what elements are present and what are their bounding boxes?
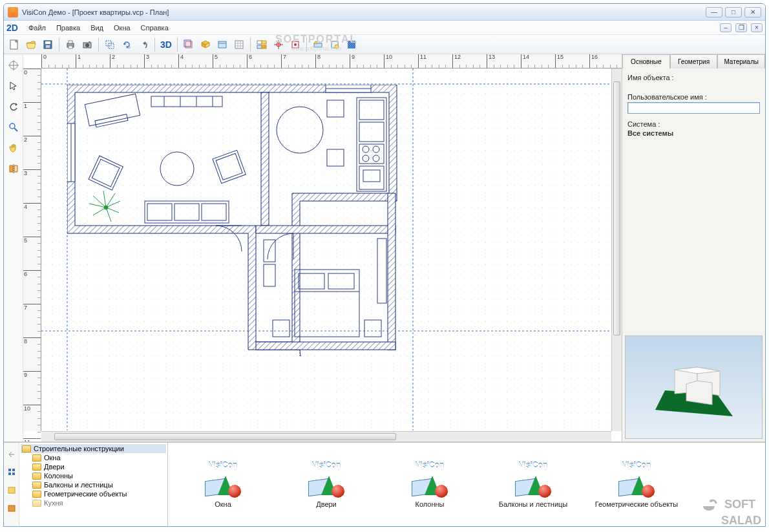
pan-crosshair-icon[interactable] xyxy=(6,58,21,72)
properties-panel: Основные Геометрия Материалы Имя объекта… xyxy=(622,54,765,442)
open-icon[interactable] xyxy=(23,37,39,52)
menu-file[interactable]: Файл xyxy=(23,23,51,33)
svg-rect-25 xyxy=(262,45,266,48)
folder-icon xyxy=(32,454,41,462)
library-item[interactable]: VisiCon Балконы и лестницы xyxy=(491,460,575,509)
view-icon[interactable] xyxy=(215,37,230,52)
lib-up-icon[interactable] xyxy=(5,447,19,461)
svg-point-72 xyxy=(277,107,323,153)
mdi-restore-button[interactable]: ❐ xyxy=(735,23,747,32)
floor-plan xyxy=(67,85,410,356)
tree-root[interactable]: Строительные конструкции xyxy=(21,444,166,453)
menu-windows[interactable]: Окна xyxy=(109,23,136,33)
print-icon[interactable] xyxy=(63,37,78,52)
svg-rect-51 xyxy=(261,92,269,226)
library-item-label: Балконы и лестницы xyxy=(499,500,568,509)
svg-rect-54 xyxy=(256,342,395,350)
svg-rect-36 xyxy=(348,41,355,48)
ruler-horizontal[interactable]: 01234567891011121314151617 xyxy=(41,54,622,69)
svg-rect-22 xyxy=(257,41,262,44)
tab-main[interactable]: Основные xyxy=(622,54,670,69)
svg-rect-104 xyxy=(8,473,11,475)
minimize-button[interactable]: — xyxy=(706,7,722,17)
select-group-icon[interactable] xyxy=(102,37,118,52)
library-item[interactable]: VisiCon Окна xyxy=(181,460,265,509)
mode-3d-button[interactable]: 3D xyxy=(158,37,174,52)
svg-rect-5 xyxy=(68,41,72,43)
snap2-icon[interactable] xyxy=(288,37,303,52)
library-item[interactable]: VisiCon Колонны xyxy=(388,460,472,509)
tree-item-doors[interactable]: Двери xyxy=(21,462,166,471)
svg-point-81 xyxy=(363,155,369,162)
tree-item-geometry[interactable]: Геометрические объекты xyxy=(21,489,166,498)
mdi-controls: – ❐ × xyxy=(717,23,763,32)
rotate-icon[interactable] xyxy=(6,100,21,114)
library-tree[interactable]: Строительные конструкции Окна Двери Коло… xyxy=(19,443,168,526)
tab-geometry[interactable]: Геометрия xyxy=(670,54,718,69)
lib-list-icon[interactable] xyxy=(5,465,19,479)
tree-item-columns[interactable]: Колонны xyxy=(21,471,166,480)
materials-icon[interactable] xyxy=(198,37,213,52)
menu-view[interactable]: Вид xyxy=(85,23,109,33)
svg-point-66 xyxy=(160,152,194,186)
tree-item-kitchen[interactable]: Кухня xyxy=(21,498,166,507)
snap-icon[interactable] xyxy=(271,37,286,52)
svg-text:90: 90 xyxy=(126,45,131,49)
zoom-icon[interactable] xyxy=(6,120,21,134)
camera-icon[interactable] xyxy=(79,37,95,52)
tab-materials[interactable]: Материалы xyxy=(717,54,765,69)
rotate90-icon[interactable]: 90 xyxy=(119,37,134,52)
mdi-close-button[interactable]: × xyxy=(751,23,763,32)
menu-edit[interactable]: Правка xyxy=(51,23,85,33)
titlebar: VisiCon Демо - [Проект квартиры.vcp - Пл… xyxy=(4,4,765,21)
library-item-label: Двери xyxy=(316,500,337,509)
save-icon[interactable] xyxy=(40,37,56,52)
svg-rect-9 xyxy=(89,41,90,43)
prefs-icon[interactable] xyxy=(254,37,269,52)
mdi-minimize-button[interactable]: – xyxy=(720,23,732,32)
tree-item-balconies[interactable]: Балконы и лестницы xyxy=(21,480,166,489)
obj2-icon[interactable] xyxy=(327,37,342,52)
svg-rect-62 xyxy=(89,156,123,190)
folder-icon xyxy=(22,445,31,452)
pointer-icon[interactable] xyxy=(6,79,21,93)
areafill-icon[interactable] xyxy=(344,37,359,52)
lib-add-icon[interactable] xyxy=(5,501,19,515)
svg-point-32 xyxy=(315,41,317,44)
tree-label: Кухня xyxy=(44,499,63,507)
library-item[interactable]: VisiCon Двери xyxy=(284,460,368,509)
new-icon[interactable] xyxy=(6,37,22,52)
drawing-canvas[interactable] xyxy=(41,69,622,431)
svg-rect-91 xyxy=(299,273,324,289)
scrollbar-horizontal[interactable] xyxy=(41,431,611,442)
mirror-icon[interactable] xyxy=(6,162,21,176)
lib-favorite-icon[interactable] xyxy=(5,483,19,497)
svg-rect-77 xyxy=(359,122,384,142)
obj1-icon[interactable] xyxy=(310,37,326,52)
folder-icon xyxy=(32,473,41,480)
grid-icon[interactable] xyxy=(231,37,247,52)
svg-point-42 xyxy=(10,123,15,129)
system-value: Все системы xyxy=(627,129,673,137)
user-name-input[interactable] xyxy=(627,102,760,114)
ruler-vertical[interactable]: 01234567891011 xyxy=(23,69,41,431)
svg-rect-67 xyxy=(145,201,229,223)
library-brand: VisiCon xyxy=(209,460,237,469)
preview-3d[interactable] xyxy=(625,335,763,439)
undo-icon[interactable] xyxy=(136,37,151,52)
close-button[interactable]: ✕ xyxy=(744,7,761,17)
folder-icon xyxy=(32,500,41,507)
svg-rect-53 xyxy=(388,193,395,350)
library-graphic-icon xyxy=(514,471,553,499)
mode-2d-label[interactable]: 2D xyxy=(6,23,18,33)
maximize-button[interactable]: □ xyxy=(725,7,742,17)
svg-rect-92 xyxy=(328,273,354,289)
svg-rect-52 xyxy=(256,226,395,233)
folder-icon xyxy=(32,482,41,489)
tree-item-windows[interactable]: Окна xyxy=(21,453,166,462)
menu-help[interactable]: Справка xyxy=(136,23,174,33)
library-item[interactable]: VisiCon Геометрические объекты xyxy=(595,460,679,509)
layer-icon[interactable] xyxy=(181,37,196,52)
hand-icon[interactable] xyxy=(6,141,21,155)
scrollbar-vertical[interactable] xyxy=(611,69,622,431)
